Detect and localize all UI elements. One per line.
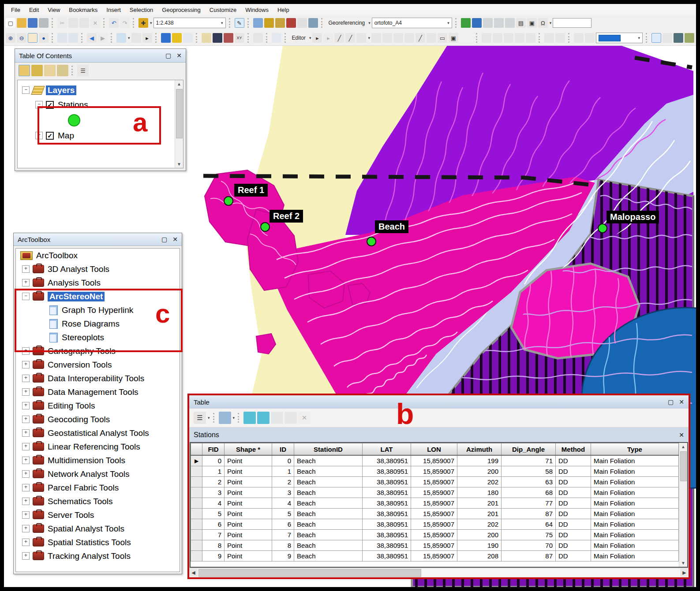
arctoolbox-root-label[interactable]: ArcToolbox (36, 251, 78, 260)
column-header-fid[interactable]: FID (202, 443, 225, 456)
toolbox-item-data-management-tools-label[interactable]: Data Management Tools (48, 387, 139, 397)
chevron-down-icon[interactable]: ▾ (233, 416, 235, 420)
toolbar-grip[interactable] (71, 66, 74, 75)
toolbar-grip[interactable] (476, 33, 479, 43)
toolbox-item-cartography-tools[interactable]: +Cartography Tools (16, 344, 180, 358)
station-point-malopasso[interactable] (598, 223, 607, 233)
menu-geoprocessing[interactable]: Geoprocessing (157, 5, 205, 15)
list-by-source-icon[interactable] (31, 65, 43, 76)
table-row[interactable]: 4Point4Beach38,38095115,85900720177DDMai… (191, 498, 679, 509)
sketch-shape-icon[interactable] (356, 33, 366, 43)
toolbox-item-analysis-tools-label[interactable]: Analysis Tools (48, 278, 101, 288)
row-selector[interactable] (191, 498, 202, 509)
grid-b-icon[interactable] (555, 33, 565, 43)
restore-icon[interactable]: ▢ (161, 236, 167, 243)
georeferencing-layer-combo[interactable]: ortofoto_A4 ▾ (372, 18, 452, 28)
chevron-down-icon[interactable]: ▾ (208, 416, 210, 420)
toolbar-grip[interactable] (81, 33, 84, 43)
column-header-lon[interactable]: LON (411, 443, 457, 456)
toolbar-grip[interactable] (213, 413, 216, 423)
add-data-icon[interactable]: ✚ (139, 18, 148, 28)
list-by-visibility-icon[interactable] (44, 65, 56, 76)
toolbar-grip[interactable] (133, 18, 135, 28)
expand-icon[interactable]: + (22, 511, 30, 519)
new-document-icon[interactable]: ▢ (6, 18, 15, 28)
expand-icon[interactable]: + (22, 416, 30, 423)
stations-symbol-row[interactable] (22, 112, 182, 128)
menu-file[interactable]: File (7, 5, 25, 15)
toolbox-item-spatial-analyst-tools[interactable]: +Spatial Analyst Tools (16, 522, 180, 535)
toolbar-grip[interactable] (266, 33, 269, 43)
toolbox-item-tracking-analyst-tools-label[interactable]: Tracking Analyst Tools (48, 551, 131, 561)
arccatalog-icon[interactable] (297, 18, 307, 28)
row-selector[interactable]: ▶ (191, 455, 202, 466)
catalog-window-icon[interactable] (275, 18, 285, 28)
flicker-icon[interactable] (685, 33, 694, 43)
scrollbar-thumb[interactable] (680, 451, 687, 481)
toolbar-grip[interactable] (568, 33, 571, 43)
expand-icon[interactable]: + (22, 429, 30, 437)
toolbox-item-server-tools-label[interactable]: Server Tools (48, 510, 94, 520)
layers-node[interactable]: − Layers (22, 83, 182, 97)
expand-icon[interactable]: + (22, 539, 30, 546)
scroll-down-icon[interactable]: ▼ (175, 160, 183, 168)
switch-selection-icon[interactable] (257, 412, 270, 424)
toc-scrollbar[interactable]: ▲ ▼ (175, 80, 183, 168)
python-window-icon[interactable] (308, 18, 318, 28)
rotate-icon[interactable]: Ω (538, 18, 548, 28)
toolbar-grip[interactable] (52, 18, 54, 28)
add-basemap-icon[interactable] (264, 18, 274, 28)
toolbox-item-spatial-statistics-tools[interactable]: +Spatial Statistics Tools (16, 535, 180, 549)
select-link-icon[interactable] (472, 18, 482, 28)
table-row[interactable]: 5Point5Beach38,38095115,85900720187DDMai… (191, 509, 679, 519)
menu-help[interactable]: Help (273, 5, 294, 15)
editor-arrow-icon[interactable]: ▸ (312, 33, 322, 43)
expand-icon[interactable]: + (22, 347, 30, 355)
column-header-stationid[interactable]: StationID (294, 443, 363, 456)
rotate-feature-icon[interactable] (427, 33, 436, 43)
related-tables-icon[interactable] (219, 412, 231, 424)
stations-visibility-checkbox[interactable]: ✓ (46, 101, 54, 109)
chevron-down-icon[interactable]: ▾ (550, 21, 552, 25)
straight-segment-icon[interactable]: ╱ (334, 33, 344, 43)
find-route-icon[interactable] (224, 33, 233, 43)
collapse-icon[interactable]: − (35, 101, 43, 108)
go-to-xy-icon[interactable]: XY (235, 33, 244, 43)
scroll-right-icon[interactable]: ▶ (680, 569, 689, 577)
link-table-icon[interactable]: ▤ (516, 18, 526, 28)
raster-paint-icon[interactable] (482, 33, 491, 43)
table-vscrollbar[interactable]: ▲ ▼ (679, 443, 687, 567)
select-features-icon[interactable] (116, 33, 126, 43)
toolbar-grip[interactable] (238, 413, 240, 423)
contrast-icon[interactable] (651, 33, 661, 43)
toolbox-item-arcstereonet-label[interactable]: ArcStereoNet (48, 292, 105, 301)
table-row[interactable]: 7Point7Beach38,38095115,85900720075DDMai… (191, 530, 679, 540)
scroll-up-icon[interactable]: ▲ (175, 80, 183, 88)
table-row[interactable]: 8Point8Beach38,38095115,85900719070DDMai… (191, 540, 679, 551)
toolbox-item-network-analyst-tools-label[interactable]: Network Analyst Tools (48, 469, 130, 479)
column-header-method[interactable]: Method (556, 443, 591, 456)
scrollbar-thumb[interactable] (176, 89, 183, 138)
stations-layer-label[interactable]: Stations (58, 100, 88, 110)
search-window-icon[interactable] (286, 18, 296, 28)
menu-customize[interactable]: Customize (205, 5, 241, 15)
row-selector[interactable] (191, 530, 202, 540)
add-control-points-icon[interactable] (461, 18, 471, 28)
collapse-icon[interactable]: − (22, 86, 30, 94)
rotation-value-input[interactable] (553, 18, 591, 28)
zoom-out-icon[interactable]: ⊖ (17, 33, 26, 43)
toolbox-item-cartography-tools-label[interactable]: Cartography Tools (48, 346, 116, 356)
effects-b-icon[interactable] (585, 33, 595, 43)
expand-icon[interactable]: + (22, 457, 30, 464)
tool-graph-to-hyperlink-label[interactable]: Graph To Hyperlink (62, 305, 133, 315)
toolbox-item-data-interoperability-tools[interactable]: +Data Interoperability Tools (16, 372, 180, 385)
menu-bookmarks[interactable]: Bookmarks (64, 5, 102, 15)
effects-a-icon[interactable] (574, 33, 584, 43)
arctoolbox-title-bar[interactable]: ArcToolbox ▢ ✕ (14, 233, 182, 246)
station-point-symbol[interactable] (68, 114, 80, 126)
column-header-azimuth[interactable]: Azimuth (457, 443, 502, 456)
toolbar-grip[interactable] (321, 18, 324, 28)
table-hscrollbar[interactable]: ◀ ▶ (189, 568, 689, 577)
toolbar-grip[interactable] (247, 18, 250, 28)
expand-icon[interactable]: + (22, 498, 30, 505)
